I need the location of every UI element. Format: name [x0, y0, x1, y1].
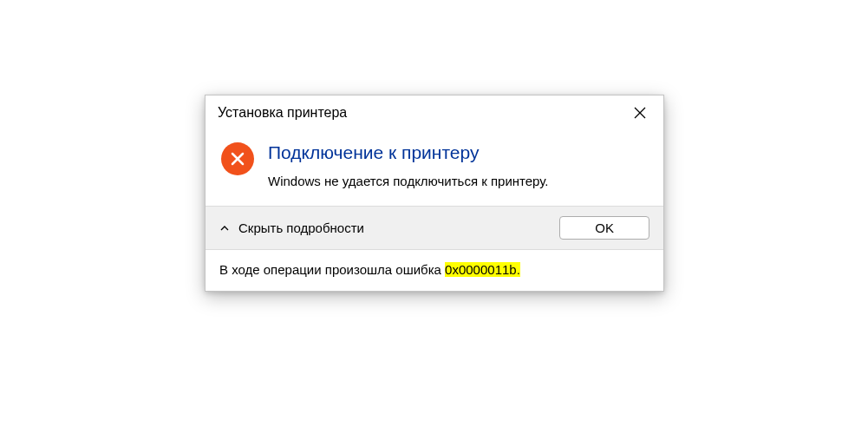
chevron-up-icon	[219, 223, 230, 233]
details-panel: В ходе операции произошла ошибка 0x00000…	[206, 249, 663, 291]
details-toggle[interactable]: Скрыть подробности	[219, 220, 364, 235]
error-x-icon	[230, 151, 245, 167]
details-toggle-label: Скрыть подробности	[238, 220, 364, 235]
content-text: Подключение к принтеру Windows не удаетс…	[268, 141, 648, 190]
dialog-footer: Скрыть подробности OK	[206, 206, 663, 249]
dialog-content: Подключение к принтеру Windows не удаетс…	[206, 128, 663, 206]
error-icon	[221, 142, 254, 175]
details-suffix: .	[517, 262, 520, 277]
error-code: 0x0000011b	[445, 262, 517, 277]
dialog-title: Установка принтера	[218, 105, 347, 121]
dialog-heading: Подключение к принтеру	[268, 142, 648, 163]
dialog-message: Windows не удается подключиться к принте…	[268, 172, 648, 190]
dialog-titlebar: Установка принтера	[206, 95, 663, 128]
error-dialog: Установка принтера Подключение к принтер…	[205, 95, 664, 292]
details-prefix: В ходе операции произошла ошибка	[219, 262, 445, 277]
ok-button[interactable]: OK	[559, 216, 649, 240]
close-icon	[634, 107, 646, 119]
close-button[interactable]	[627, 102, 653, 123]
